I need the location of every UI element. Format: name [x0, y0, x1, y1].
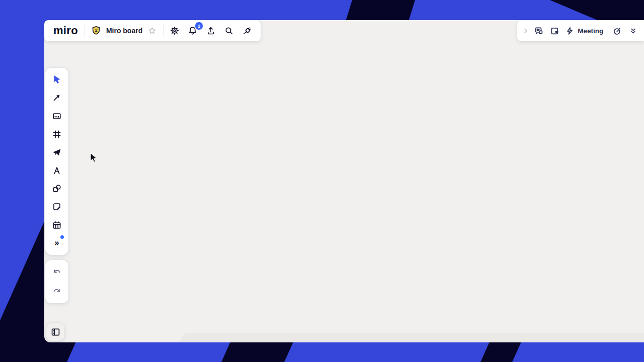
undo-button[interactable]	[50, 265, 64, 279]
canvas-bottom-surface	[180, 333, 644, 342]
table-icon	[52, 220, 62, 230]
present-button[interactable]	[533, 24, 546, 38]
redo-icon	[52, 286, 62, 296]
table-tool[interactable]	[48, 217, 65, 234]
meeting-button[interactable]: Meeting	[563, 26, 605, 36]
sticky-note-icon	[52, 202, 62, 212]
favorite-star-button[interactable]	[146, 24, 158, 38]
facilitation-toolbar: Meeting	[517, 20, 644, 41]
shield-badge-number: 2	[95, 28, 97, 33]
divider	[85, 25, 85, 36]
paper-plane-icon	[52, 147, 62, 157]
gear-icon	[170, 26, 180, 36]
shapes-tool[interactable]	[48, 180, 65, 197]
miro-logo[interactable]: miro	[53, 24, 78, 37]
card-tool[interactable]	[48, 108, 65, 125]
settings-button[interactable]	[168, 24, 182, 38]
meeting-label: Meeting	[578, 27, 603, 35]
board-canvas[interactable]	[44, 20, 644, 342]
search-button[interactable]	[222, 24, 236, 38]
star-icon	[147, 26, 157, 36]
plug-icon	[242, 26, 252, 36]
sidebar-layout-icon	[50, 327, 61, 337]
redo-button[interactable]	[50, 284, 64, 298]
record-button[interactable]	[548, 24, 561, 38]
header-toolbar: miro 2 Miro board 2	[44, 20, 261, 41]
expand-tools-button[interactable]	[521, 24, 531, 38]
more-tools-button[interactable]: »	[48, 235, 65, 252]
card-icon	[52, 111, 62, 121]
notifications-button[interactable]: 2	[186, 24, 200, 38]
lightning-icon	[565, 26, 575, 36]
undo-icon	[52, 267, 62, 277]
timer-icon	[612, 26, 622, 36]
text-a-icon	[52, 165, 62, 175]
export-button[interactable]	[204, 24, 218, 38]
shapes-icon	[52, 184, 62, 194]
send-plane-tool[interactable]	[48, 144, 65, 161]
connector-tool[interactable]	[48, 89, 65, 106]
chevron-right-icon	[522, 27, 530, 35]
select-cursor-icon	[52, 74, 62, 84]
select-tool[interactable]	[48, 71, 65, 88]
sidebar-toggle-button[interactable]	[46, 323, 64, 341]
shield-badge-icon: 2	[91, 25, 102, 36]
search-icon	[224, 26, 234, 36]
upload-icon	[206, 26, 216, 36]
history-panel	[45, 260, 68, 303]
collapse-chevrons-icon	[629, 27, 637, 35]
board-title[interactable]: Miro board	[106, 27, 142, 35]
frame-icon	[52, 129, 62, 139]
divider	[163, 25, 164, 36]
creation-toolbar: »	[45, 68, 68, 255]
present-screen-icon	[534, 26, 544, 36]
frame-tool[interactable]	[48, 126, 65, 143]
sticky-note-tool[interactable]	[48, 198, 65, 215]
timer-button[interactable]	[610, 24, 623, 38]
record-frame-icon	[549, 26, 560, 36]
collapse-toolbar-button[interactable]	[628, 24, 639, 38]
arrow-icon	[52, 93, 62, 103]
power-ups-button[interactable]	[240, 24, 254, 38]
more-tools-notification-dot	[60, 235, 64, 239]
more-tools-chevrons: »	[54, 238, 59, 247]
text-tool[interactable]	[48, 162, 65, 179]
notification-badge: 2	[194, 21, 204, 31]
